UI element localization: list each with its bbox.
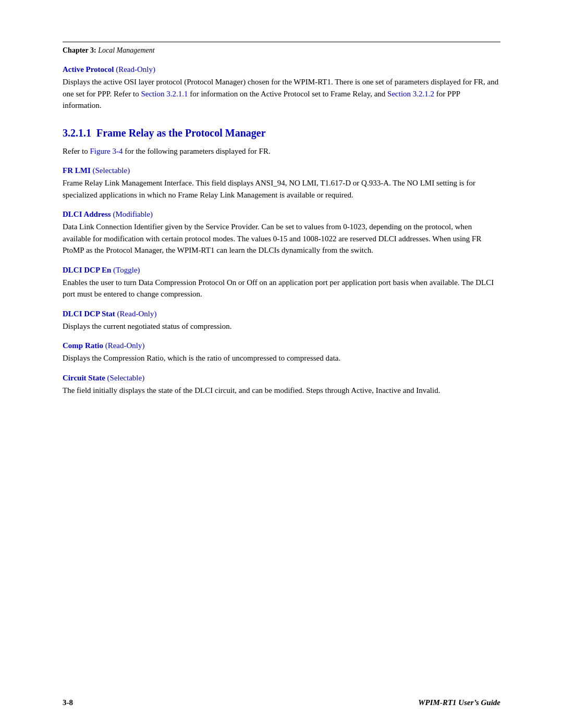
footer: 3-8 WPIM-RT1 User’s Guide	[63, 698, 500, 707]
dlci-dcp-stat-desc: Displays the current negotiated status o…	[63, 320, 500, 332]
footer-page-number: 3-8	[63, 698, 73, 707]
active-protocol-desc: Displays the active OSI layer protocol (…	[63, 76, 500, 112]
dlci-dcp-stat-qualifier: (Read-Only)	[117, 310, 157, 318]
active-protocol-title: Active Protocol	[63, 65, 114, 73]
chapter-header: Chapter 3: Local Management	[63, 46, 500, 55]
dlci-address-block: DLCI Address (Modifiable) Data Link Conn…	[63, 210, 500, 256]
section-number: 3.2.1.1	[63, 127, 91, 139]
comp-ratio-desc: Displays the Compression Ratio, which is…	[63, 352, 500, 364]
comp-ratio-title: Comp Ratio	[63, 341, 103, 350]
dlci-dcp-stat-title-line: DLCI DCP Stat (Read-Only)	[63, 310, 500, 318]
chapter-title: Local Management	[98, 46, 154, 54]
fr-lmi-title: FR LMI	[63, 166, 91, 175]
figure-3-4-link[interactable]: Figure 3-4	[90, 147, 123, 155]
dlci-dcp-en-title-line: DLCI DCP En (Toggle)	[63, 266, 500, 275]
circuit-state-title-line: Circuit State (Selectable)	[63, 374, 500, 382]
fr-lmi-block: FR LMI (Selectable) Frame Relay Link Man…	[63, 166, 500, 201]
chapter-label: Chapter 3:	[63, 46, 96, 54]
dlci-dcp-en-block: DLCI DCP En (Toggle) Enables the user to…	[63, 266, 500, 300]
circuit-state-block: Circuit State (Selectable) The field ini…	[63, 374, 500, 397]
dlci-address-title: DLCI Address	[63, 210, 111, 218]
dlci-address-qualifier: (Modifiable)	[113, 210, 153, 218]
section-title: Frame Relay as the Protocol Manager	[96, 127, 266, 139]
section-3212-link[interactable]: Section 3.2.1.2	[387, 90, 434, 98]
comp-ratio-block: Comp Ratio (Read-Only) Displays the Comp…	[63, 341, 500, 364]
fr-lmi-qualifier: (Selectable)	[93, 166, 130, 175]
footer-guide-title: WPIM-RT1 User’s Guide	[418, 698, 500, 707]
circuit-state-title: Circuit State	[63, 374, 105, 382]
dlci-address-title-line: DLCI Address (Modifiable)	[63, 210, 500, 219]
section-3211-link[interactable]: Section 3.2.1.1	[141, 90, 188, 98]
dlci-dcp-stat-block: DLCI DCP Stat (Read-Only) Displays the c…	[63, 310, 500, 332]
refer-line: Refer to Figure 3-4 for the following pa…	[63, 145, 500, 157]
dlci-address-desc: Data Link Connection Identifier given by…	[63, 221, 500, 256]
active-protocol-qualifier: (Read-Only)	[116, 65, 155, 73]
active-protocol-block: Active Protocol (Read-Only) Displays the…	[63, 65, 500, 112]
fr-lmi-desc: Frame Relay Link Management Interface. T…	[63, 177, 500, 201]
page: Chapter 3: Local Management Active Proto…	[0, 0, 563, 728]
active-protocol-title-line: Active Protocol (Read-Only)	[63, 65, 500, 74]
dlci-dcp-stat-title: DLCI DCP Stat	[63, 310, 115, 318]
circuit-state-qualifier: (Selectable)	[107, 374, 145, 382]
circuit-state-desc: The field initially displays the state o…	[63, 385, 500, 397]
comp-ratio-title-line: Comp Ratio (Read-Only)	[63, 341, 500, 350]
fr-lmi-title-line: FR LMI (Selectable)	[63, 166, 500, 175]
dlci-dcp-en-title: DLCI DCP En	[63, 266, 111, 274]
dlci-dcp-en-qualifier: (Toggle)	[113, 266, 140, 274]
header-rule	[63, 42, 500, 42]
section-heading: 3.2.1.1 Frame Relay as the Protocol Mana…	[63, 127, 500, 139]
dlci-dcp-en-desc: Enables the user to turn Data Compressio…	[63, 277, 500, 300]
comp-ratio-qualifier: (Read-Only)	[105, 341, 145, 350]
